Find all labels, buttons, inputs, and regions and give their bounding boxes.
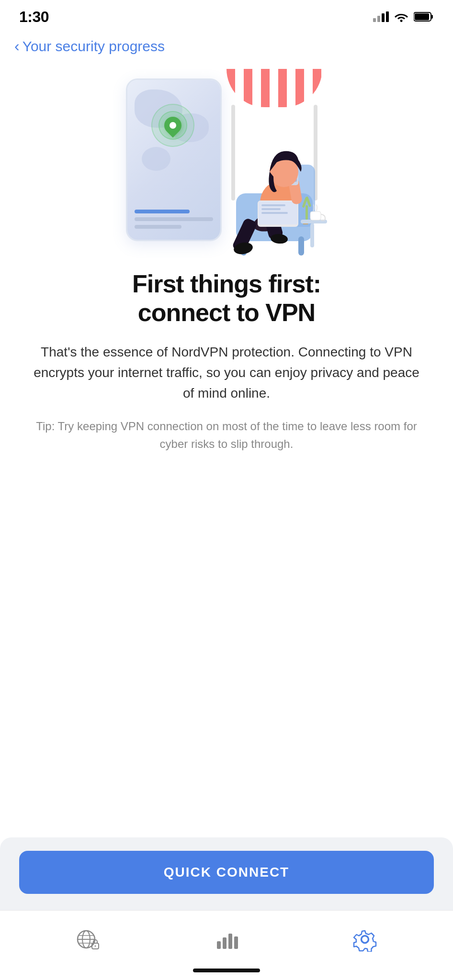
status-time: 1:30 <box>19 8 49 26</box>
main-content: First things first:connect to VPN That's… <box>0 260 453 837</box>
svg-rect-15 <box>261 204 285 206</box>
svg-rect-38 <box>234 936 238 949</box>
tab-bar <box>0 910 453 963</box>
svg-rect-26 <box>310 223 314 247</box>
tip-text: Tip: Try keeping VPN connection on most … <box>29 417 424 453</box>
main-title: First things first:connect to VPN <box>29 270 424 327</box>
svg-rect-36 <box>223 937 226 949</box>
svg-rect-17 <box>261 212 288 214</box>
home-indicator <box>0 963 453 980</box>
svg-rect-1 <box>431 15 433 19</box>
svg-rect-35 <box>217 941 221 949</box>
home-bar <box>193 969 260 972</box>
battery-icon <box>414 11 434 22</box>
globe-lock-icon <box>76 927 101 952</box>
illustration-area <box>0 59 453 260</box>
bottom-area: QUICK CONNECT <box>0 837 453 980</box>
wifi-icon <box>394 11 409 22</box>
gear-icon <box>352 927 377 952</box>
svg-rect-2 <box>415 13 429 20</box>
vpn-illustration <box>116 69 337 260</box>
status-bar: 1:30 <box>0 0 453 29</box>
svg-rect-16 <box>261 208 281 210</box>
tab-vpn[interactable] <box>19 927 158 952</box>
main-description: That's the essence of NordVPN protection… <box>29 342 424 404</box>
quick-connect-button[interactable]: QUICK CONNECT <box>19 851 434 894</box>
svg-point-34 <box>95 945 96 947</box>
signal-bars-icon <box>373 11 389 22</box>
person-illustration <box>217 117 332 260</box>
tab-stats[interactable] <box>158 927 296 952</box>
svg-rect-22 <box>306 205 308 220</box>
phone-mockup <box>126 78 222 241</box>
svg-point-40 <box>362 936 368 943</box>
svg-rect-6 <box>298 236 304 256</box>
svg-rect-37 <box>228 934 232 949</box>
svg-rect-27 <box>310 212 321 220</box>
tab-settings[interactable] <box>295 927 434 952</box>
status-icons <box>373 11 434 22</box>
back-navigation[interactable]: ‹ Your security progress <box>0 29 453 59</box>
back-label: Your security progress <box>23 38 165 55</box>
stats-icon <box>214 927 239 952</box>
cta-container: QUICK CONNECT <box>0 837 453 910</box>
back-chevron-icon: ‹ <box>14 38 20 54</box>
